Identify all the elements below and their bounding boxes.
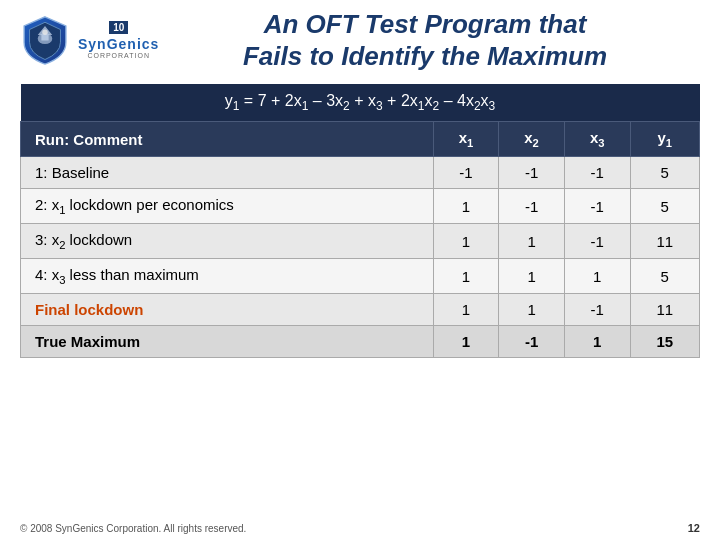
row-x1: 1 [433,224,499,259]
copyright-text: © 2008 SynGenics Corporation. All rights… [20,523,246,534]
svg-point-2 [42,30,47,35]
row-x2: 1 [499,224,565,259]
row-label-bold: True Maximum [21,326,434,358]
row-label: 4: x3 less than maximum [21,259,434,294]
row-x1: 1 [433,189,499,224]
data-table: y1 = 7 + 2x1 – 3x2 + x3 + 2x1x2 – 4x2x3 … [20,84,700,358]
row-y1: 11 [630,294,700,326]
page-title: An OFT Test Program that Fails to Identi… [150,8,700,73]
page-footer: © 2008 SynGenics Corporation. All rights… [20,522,700,534]
logo-subtitle: CORPORATION [87,52,150,59]
logo-area: 10 SynGenics CORPORATION [20,15,150,65]
row-label-highlight: Final lockdown [21,294,434,326]
row-x1: 1 [433,259,499,294]
row-label: 3: x2 lockdown [21,224,434,259]
page-header: 10 SynGenics CORPORATION An OFT Test Pro… [0,0,720,80]
final-lockdown-row: Final lockdown 1 1 -1 11 [21,294,700,326]
col-header-x3: x3 [564,122,630,157]
table-row: 4: x3 less than maximum 1 1 1 5 [21,259,700,294]
row-x2: -1 [499,326,565,358]
row-y1: 5 [630,157,700,189]
col-header-y1: y1 [630,122,700,157]
row-x2: -1 [499,189,565,224]
col-header-x1: x1 [433,122,499,157]
table-row: 3: x2 lockdown 1 1 -1 11 [21,224,700,259]
logo-text: 10 SynGenics CORPORATION [78,21,159,59]
main-content: y1 = 7 + 2x1 – 3x2 + x3 + 2x1x2 – 4x2x3 … [0,84,720,358]
row-x3: -1 [564,224,630,259]
row-x1: -1 [433,157,499,189]
row-label: 1: Baseline [21,157,434,189]
row-x2: 1 [499,294,565,326]
true-maximum-row: True Maximum 1 -1 1 15 [21,326,700,358]
logo-brand: SynGenics [78,36,159,52]
row-x3: -1 [564,189,630,224]
col-header-x2: x2 [499,122,565,157]
row-x3: 1 [564,259,630,294]
row-x3: 1 [564,326,630,358]
row-x1: 1 [433,294,499,326]
row-x2: -1 [499,157,565,189]
row-y1: 15 [630,326,700,358]
page-number: 12 [688,522,700,534]
row-x2: 1 [499,259,565,294]
row-x1: 1 [433,326,499,358]
row-y1: 11 [630,224,700,259]
row-label: 2: x1 lockdown per economics [21,189,434,224]
column-header-row: Run: Comment x1 x2 x3 y1 [21,122,700,157]
table-row: 2: x1 lockdown per economics 1 -1 -1 5 [21,189,700,224]
formula-cell: y1 = 7 + 2x1 – 3x2 + x3 + 2x1x2 – 4x2x3 [21,84,700,122]
shield-icon [20,15,70,65]
table-row: 1: Baseline -1 -1 -1 5 [21,157,700,189]
row-x3: -1 [564,294,630,326]
formula-row: y1 = 7 + 2x1 – 3x2 + x3 + 2x1x2 – 4x2x3 [21,84,700,122]
col-header-comment: Run: Comment [21,122,434,157]
row-x3: -1 [564,157,630,189]
logo-number: 10 [109,21,128,34]
row-y1: 5 [630,189,700,224]
row-y1: 5 [630,259,700,294]
